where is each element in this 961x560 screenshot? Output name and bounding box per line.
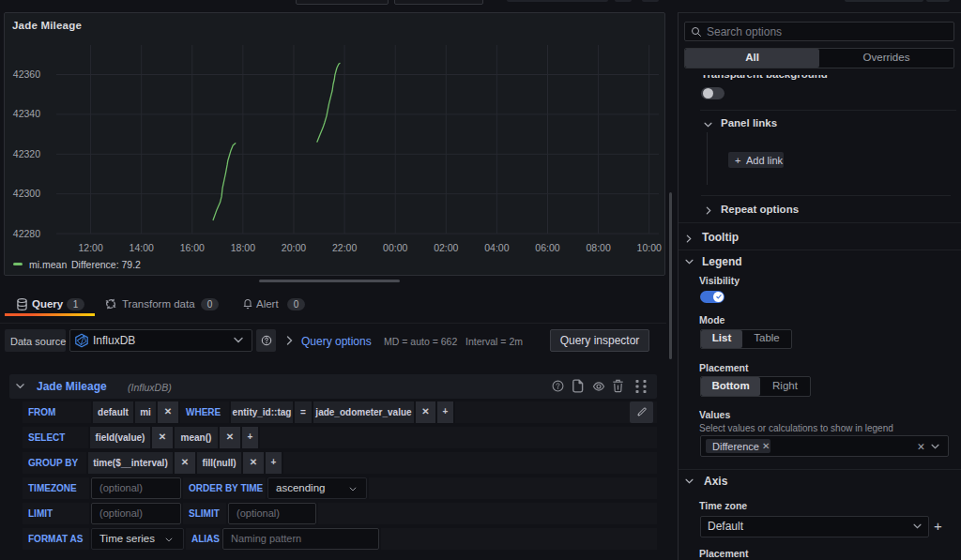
svg-text:42360: 42360	[13, 68, 40, 80]
svg-text:10:00: 10:00	[637, 242, 662, 253]
svg-text:42340: 42340	[13, 108, 40, 119]
svg-text:00:00: 00:00	[383, 242, 407, 253]
svg-text:12:00: 12:00	[78, 242, 102, 253]
svg-text:02:00: 02:00	[434, 242, 458, 253]
svg-text:42320: 42320	[13, 148, 40, 159]
svg-text:06:00: 06:00	[535, 242, 559, 253]
svg-text:08:00: 08:00	[586, 242, 610, 253]
svg-text:16:00: 16:00	[180, 242, 205, 253]
svg-text:04:00: 04:00	[484, 242, 509, 253]
svg-text:20:00: 20:00	[282, 242, 306, 253]
svg-text:22:00: 22:00	[332, 242, 357, 253]
svg-text:18:00: 18:00	[231, 242, 255, 253]
svg-text:42280: 42280	[13, 228, 40, 239]
svg-text:42300: 42300	[13, 188, 40, 199]
svg-text:14:00: 14:00	[130, 242, 154, 253]
